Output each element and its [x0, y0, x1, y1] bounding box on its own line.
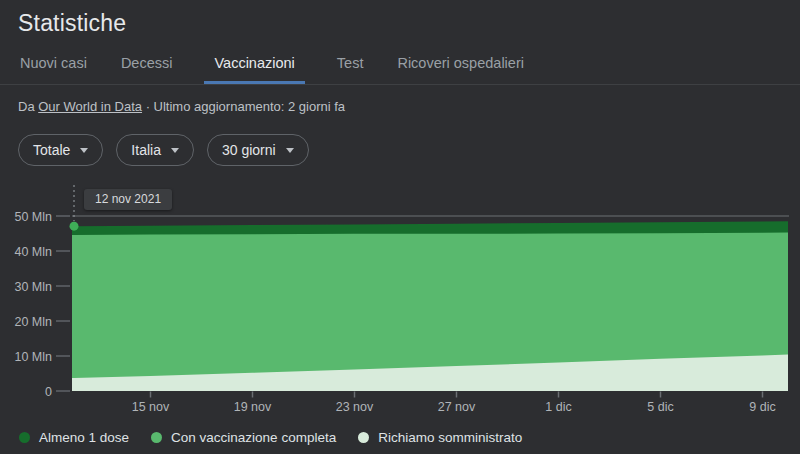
- legend-label: Con vaccinazione completa: [171, 430, 336, 445]
- legend-item-2: Richiamo somministrato: [358, 430, 522, 445]
- chevron-down-icon: [171, 148, 179, 153]
- filter-chip-italia-label: Italia: [131, 142, 161, 158]
- y-tick-label: 30 Mln: [14, 280, 52, 294]
- tab-vaccinazioni[interactable]: Vaccinazioni: [204, 41, 304, 84]
- x-tick-label: 15 nov: [132, 400, 170, 414]
- source-line: Da Our World in Data · Ultimo aggiorname…: [18, 99, 800, 114]
- hover-point-marker: [70, 222, 79, 231]
- y-tick-label: 0: [45, 385, 52, 399]
- y-tick-label: 10 Mln: [14, 350, 52, 364]
- filter-chip-periodo[interactable]: 30 giorni: [207, 134, 309, 166]
- legend-label: Almeno 1 dose: [39, 430, 129, 445]
- source-link[interactable]: Our World in Data: [38, 99, 142, 114]
- filter-chip-italia[interactable]: Italia: [116, 134, 194, 166]
- filter-chip-periodo-label: 30 giorni: [222, 142, 276, 158]
- x-tick-label: 1 dic: [545, 400, 571, 414]
- chevron-down-icon: [286, 148, 294, 153]
- y-tick-label: 40 Mln: [14, 245, 52, 259]
- area-series-0: [72, 221, 788, 391]
- page-header: Statistiche: [0, 0, 800, 37]
- tab-ricoveri-ospedalieri[interactable]: Ricoveri ospedalieri: [395, 41, 526, 84]
- chart-legend: Almeno 1 doseCon vaccinazione completaRi…: [19, 430, 522, 445]
- legend-dot-icon: [151, 432, 162, 443]
- x-tick-label: 19 nov: [234, 400, 272, 414]
- page-title: Statistiche: [18, 10, 800, 37]
- tab-test[interactable]: Test: [335, 41, 366, 84]
- tab-bar: Nuovi casi Decessi Vaccinazioni Test Ric…: [0, 41, 800, 85]
- filter-chip-totale-label: Totale: [33, 142, 70, 158]
- legend-dot-icon: [19, 432, 30, 443]
- tab-decessi[interactable]: Decessi: [119, 41, 175, 84]
- y-tick-label: 50 Mln: [14, 210, 52, 224]
- x-tick-label: 9 dic: [749, 400, 775, 414]
- legend-dot-icon: [358, 432, 369, 443]
- chart-tooltip: 12 nov 2021: [84, 189, 172, 210]
- source-prefix: Da: [18, 99, 38, 114]
- legend-item-0: Almeno 1 dose: [19, 430, 129, 445]
- filter-chips: Totale Italia 30 giorni: [18, 134, 800, 166]
- area-series-2: [72, 355, 788, 391]
- x-tick-label: 23 nov: [336, 400, 374, 414]
- source-updated: Ultimo aggiornamento: 2 giorni fa: [154, 99, 346, 114]
- area-series-1: [72, 233, 788, 392]
- legend-label: Richiamo somministrato: [378, 430, 522, 445]
- y-tick-label: 20 Mln: [14, 315, 52, 329]
- filter-chip-totale[interactable]: Totale: [18, 134, 103, 166]
- source-separator: ·: [142, 99, 154, 114]
- legend-item-1: Con vaccinazione completa: [151, 430, 336, 445]
- x-tick-label: 5 dic: [647, 400, 673, 414]
- chevron-down-icon: [80, 148, 88, 153]
- tab-nuovi-casi[interactable]: Nuovi casi: [18, 41, 89, 84]
- x-tick-label: 27 nov: [438, 400, 476, 414]
